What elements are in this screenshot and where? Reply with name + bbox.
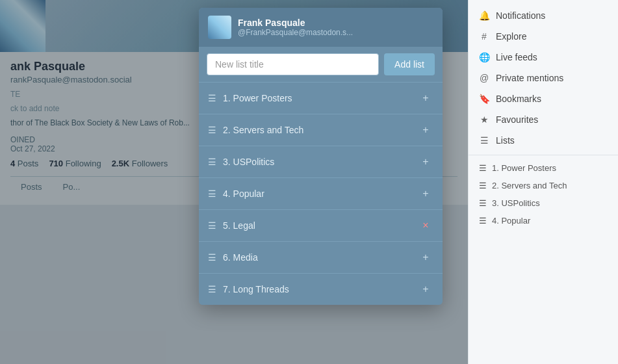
notifications-icon: 🔔 [479, 10, 489, 21]
sidebar-list-label-4: 4. Popular [492, 216, 530, 226]
sidebar-list-item-4[interactable]: ☰4. Popular [469, 212, 618, 229]
list-row-name: 6. Media [223, 252, 418, 263]
explore-icon: # [479, 31, 489, 42]
add-to-list-button[interactable]: + [418, 122, 433, 138]
sidebar-label-live-feeds: Live feeds [496, 52, 537, 62]
list-icon-2: ☰ [479, 181, 487, 190]
list-row-icon: ☰ [208, 284, 216, 294]
sidebar-divider [469, 155, 618, 155]
add-to-list-button[interactable]: + [418, 154, 433, 170]
modal-user-info: Frank Pasquale @FrankPasquale@mastodon.s… [238, 18, 353, 37]
right-sidebar: 🔔Notifications#Explore🌐Live feeds@Privat… [468, 0, 618, 364]
sidebar-list-label-1: 1. Power Posters [492, 163, 556, 173]
modal-list-item[interactable]: ☰5. Legal× [199, 209, 443, 241]
list-row-name: 3. USPolitics [223, 157, 418, 167]
modal-list-item[interactable]: ☰6. Media+ [199, 241, 443, 273]
add-list-button[interactable]: Add list [384, 53, 435, 75]
sidebar-label-bookmarks: Bookmarks [496, 94, 541, 104]
sidebar-item-live-feeds[interactable]: 🌐Live feeds [469, 47, 618, 68]
sidebar-list-label-2: 2. Servers and Tech [492, 181, 567, 190]
modal-list-item[interactable]: ☰4. Popular+ [199, 177, 443, 209]
list-icon-4: ☰ [479, 216, 487, 226]
private-mentions-icon: @ [479, 73, 489, 83]
sidebar-item-bookmarks[interactable]: 🔖Bookmarks [469, 88, 618, 109]
sidebar-item-notifications[interactable]: 🔔Notifications [469, 5, 618, 26]
modal-list-item[interactable]: ☰1. Power Posters+ [199, 82, 443, 114]
sidebar-label-private-mentions: Private mentions [496, 73, 563, 83]
list-row-name: 1. Power Posters [223, 93, 418, 103]
sidebar-item-explore[interactable]: #Explore [469, 26, 618, 47]
live-feeds-icon: 🌐 [479, 52, 489, 62]
add-to-list-button[interactable]: + [418, 186, 433, 202]
favourites-icon: ★ [479, 114, 489, 125]
sidebar-list-item-2[interactable]: ☰2. Servers and Tech [469, 177, 618, 194]
lists-icon: ☰ [479, 135, 489, 146]
sidebar-label-notifications: Notifications [496, 10, 545, 21]
remove-from-list-button[interactable]: × [418, 218, 433, 233]
modal-avatar [208, 16, 231, 39]
list-row-name: 2. Servers and Tech [223, 125, 418, 135]
sidebar-list-item-1[interactable]: ☰1. Power Posters [469, 159, 618, 177]
modal-list-item[interactable]: ☰3. USPolitics+ [199, 146, 443, 177]
list-row-icon: ☰ [208, 125, 216, 135]
sidebar-label-explore: Explore [496, 31, 526, 42]
list-row-icon: ☰ [208, 188, 216, 199]
sidebar-label-lists: Lists [496, 135, 515, 146]
sidebar-item-private-mentions[interactable]: @Private mentions [469, 68, 618, 88]
add-to-list-modal: Frank Pasquale @FrankPasquale@mastodon.s… [199, 8, 443, 305]
sidebar-list-label-3: 3. USPolitics [492, 198, 540, 208]
sidebar-label-favourites: Favourites [496, 114, 538, 125]
modal-user-handle: @FrankPasquale@mastodon.s... [238, 28, 353, 37]
list-row-name: 7. Long Threads [223, 284, 418, 294]
list-row-name: 4. Popular [223, 188, 418, 199]
list-icon-1: ☰ [479, 163, 487, 173]
sidebar-item-favourites[interactable]: ★Favourites [469, 109, 618, 130]
list-icon-3: ☰ [479, 198, 487, 208]
list-row-icon: ☰ [208, 252, 216, 263]
bookmarks-icon: 🔖 [479, 94, 489, 104]
add-to-list-button[interactable]: + [418, 90, 433, 106]
modal-list-item[interactable]: ☰2. Servers and Tech+ [199, 114, 443, 146]
new-list-input[interactable] [207, 53, 379, 75]
sidebar-item-lists[interactable]: ☰Lists [469, 130, 618, 151]
add-to-list-button[interactable]: + [418, 281, 433, 297]
list-container: ☰1. Power Posters+☰2. Servers and Tech+☰… [199, 82, 443, 305]
list-row-icon: ☰ [208, 157, 216, 167]
list-row-icon: ☰ [208, 93, 216, 103]
list-row-name: 5. Legal [223, 220, 418, 231]
new-list-row: Add list [199, 47, 443, 82]
modal-header: Frank Pasquale @FrankPasquale@mastodon.s… [199, 8, 443, 47]
sidebar-list-item-3[interactable]: ☰3. USPolitics [469, 194, 618, 212]
modal-username: Frank Pasquale [238, 18, 353, 28]
list-row-icon: ☰ [208, 220, 216, 231]
modal-list-item[interactable]: ☰7. Long Threads+ [199, 273, 443, 305]
add-to-list-button[interactable]: + [418, 250, 433, 265]
